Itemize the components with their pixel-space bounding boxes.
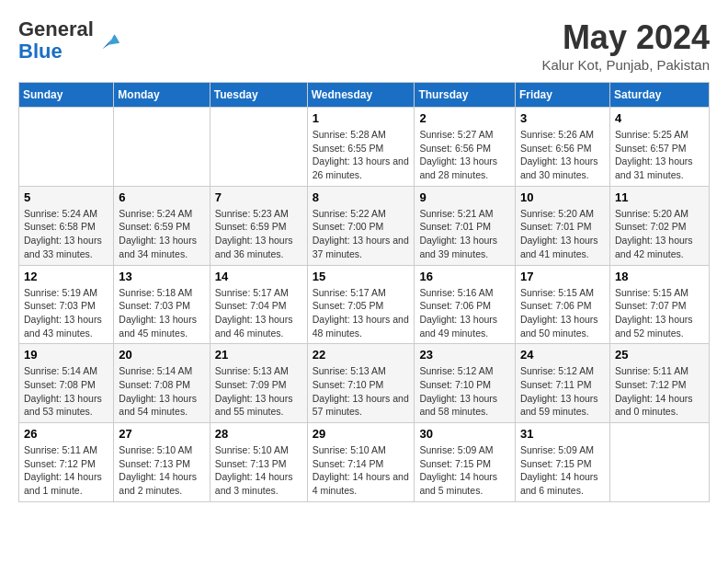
calendar-cell: 30Sunrise: 5:09 AMSunset: 7:15 PMDayligh… [415,423,516,502]
day-number: 11 [615,190,704,204]
calendar-cell: 20Sunrise: 5:14 AMSunset: 7:08 PMDayligh… [114,344,210,423]
calendar-cell [609,423,709,502]
weekday-header: Monday [114,83,210,108]
calendar-cell: 10Sunrise: 5:20 AMSunset: 7:01 PMDayligh… [515,186,609,265]
weekday-header: Wednesday [307,83,415,108]
day-info: Sunrise: 5:27 AMSunset: 6:56 PMDaylight:… [419,128,510,182]
svg-marker-1 [108,35,119,45]
calendar-cell: 13Sunrise: 5:18 AMSunset: 7:03 PMDayligh… [114,265,210,344]
day-number: 7 [215,190,302,204]
calendar-cell: 15Sunrise: 5:17 AMSunset: 7:05 PMDayligh… [307,265,415,344]
day-info: Sunrise: 5:15 AMSunset: 7:07 PMDaylight:… [615,286,704,340]
logo: General Blue [18,18,121,63]
day-number: 20 [119,348,204,362]
day-number: 19 [24,348,108,362]
calendar-cell: 4Sunrise: 5:25 AMSunset: 6:57 PMDaylight… [609,108,709,187]
day-info: Sunrise: 5:12 AMSunset: 7:10 PMDaylight:… [419,364,510,419]
calendar-cell: 18Sunrise: 5:15 AMSunset: 7:07 PMDayligh… [609,265,709,344]
calendar-week-row: 26Sunrise: 5:11 AMSunset: 7:12 PMDayligh… [19,423,710,502]
day-info: Sunrise: 5:24 AMSunset: 6:59 PMDaylight:… [119,207,204,261]
calendar-cell [114,108,210,187]
day-number: 23 [419,348,510,362]
day-info: Sunrise: 5:20 AMSunset: 7:02 PMDaylight:… [615,207,704,261]
calendar-cell: 31Sunrise: 5:09 AMSunset: 7:15 PMDayligh… [515,423,609,502]
weekday-header: Sunday [19,83,114,108]
calendar-cell: 6Sunrise: 5:24 AMSunset: 6:59 PMDaylight… [114,186,210,265]
day-info: Sunrise: 5:25 AMSunset: 6:57 PMDaylight:… [615,128,704,182]
day-info: Sunrise: 5:11 AMSunset: 7:12 PMDaylight:… [615,364,704,419]
day-info: Sunrise: 5:11 AMSunset: 7:12 PMDaylight:… [24,443,108,498]
day-number: 28 [215,427,302,441]
day-info: Sunrise: 5:17 AMSunset: 7:04 PMDaylight:… [215,286,302,340]
day-number: 26 [24,427,108,441]
calendar-cell: 5Sunrise: 5:24 AMSunset: 6:58 PMDaylight… [19,186,114,265]
calendar-cell: 1Sunrise: 5:28 AMSunset: 6:55 PMDaylight… [307,108,415,187]
day-number: 8 [313,190,410,204]
calendar-cell: 25Sunrise: 5:11 AMSunset: 7:12 PMDayligh… [609,344,709,423]
day-number: 4 [615,111,704,125]
day-info: Sunrise: 5:10 AMSunset: 7:13 PMDaylight:… [119,443,204,498]
day-number: 31 [520,427,605,441]
day-number: 21 [215,348,302,362]
calendar-cell: 19Sunrise: 5:14 AMSunset: 7:08 PMDayligh… [19,344,114,423]
day-number: 5 [24,190,108,204]
day-number: 30 [419,427,510,441]
calendar-cell: 9Sunrise: 5:21 AMSunset: 7:01 PMDaylight… [415,186,516,265]
day-number: 9 [419,190,510,204]
calendar-week-row: 19Sunrise: 5:14 AMSunset: 7:08 PMDayligh… [19,344,710,423]
calendar-cell: 8Sunrise: 5:22 AMSunset: 7:00 PMDaylight… [307,186,415,265]
calendar-week-row: 12Sunrise: 5:19 AMSunset: 7:03 PMDayligh… [19,265,710,344]
calendar-cell: 24Sunrise: 5:12 AMSunset: 7:11 PMDayligh… [515,344,609,423]
calendar-week-row: 1Sunrise: 5:28 AMSunset: 6:55 PMDaylight… [19,108,710,187]
location: Kalur Kot, Punjab, Pakistan [541,57,710,73]
calendar-week-row: 5Sunrise: 5:24 AMSunset: 6:58 PMDaylight… [19,186,710,265]
day-info: Sunrise: 5:26 AMSunset: 6:56 PMDaylight:… [520,128,605,182]
calendar-table: SundayMondayTuesdayWednesdayThursdayFrid… [18,82,710,502]
day-number: 24 [520,348,605,362]
logo-blue: Blue [18,40,63,63]
day-number: 25 [615,348,704,362]
calendar-cell: 17Sunrise: 5:15 AMSunset: 7:06 PMDayligh… [515,265,609,344]
calendar-cell: 3Sunrise: 5:26 AMSunset: 6:56 PMDaylight… [515,108,609,187]
day-number: 2 [419,111,510,125]
day-number: 14 [215,270,302,283]
day-number: 17 [520,270,605,283]
day-info: Sunrise: 5:24 AMSunset: 6:58 PMDaylight:… [24,207,108,261]
day-number: 12 [24,270,108,283]
calendar-cell: 16Sunrise: 5:16 AMSunset: 7:06 PMDayligh… [415,265,516,344]
title-block: May 2024 Kalur Kot, Punjab, Pakistan [541,18,710,73]
day-number: 3 [520,111,605,125]
calendar-cell: 29Sunrise: 5:10 AMSunset: 7:14 PMDayligh… [307,423,415,502]
weekday-header: Saturday [609,83,709,108]
day-info: Sunrise: 5:19 AMSunset: 7:03 PMDaylight:… [24,286,108,340]
day-number: 22 [313,348,410,362]
day-info: Sunrise: 5:22 AMSunset: 7:00 PMDaylight:… [313,207,410,261]
logo-general: General [18,17,94,40]
day-info: Sunrise: 5:18 AMSunset: 7:03 PMDaylight:… [119,286,204,340]
calendar-cell: 27Sunrise: 5:10 AMSunset: 7:13 PMDayligh… [114,423,210,502]
calendar-cell: 11Sunrise: 5:20 AMSunset: 7:02 PMDayligh… [609,186,709,265]
day-info: Sunrise: 5:10 AMSunset: 7:14 PMDaylight:… [313,443,410,498]
day-number: 1 [313,111,410,125]
day-number: 6 [119,190,204,204]
day-number: 13 [119,270,204,283]
day-info: Sunrise: 5:21 AMSunset: 7:01 PMDaylight:… [419,207,510,261]
day-number: 29 [313,427,410,441]
calendar-cell: 23Sunrise: 5:12 AMSunset: 7:10 PMDayligh… [415,344,516,423]
weekday-header: Thursday [415,83,516,108]
calendar-cell: 21Sunrise: 5:13 AMSunset: 7:09 PMDayligh… [210,344,307,423]
month-title: May 2024 [541,18,710,57]
calendar-cell: 12Sunrise: 5:19 AMSunset: 7:03 PMDayligh… [19,265,114,344]
day-info: Sunrise: 5:09 AMSunset: 7:15 PMDaylight:… [419,443,510,498]
day-number: 15 [313,270,410,283]
day-number: 16 [419,270,510,283]
day-info: Sunrise: 5:28 AMSunset: 6:55 PMDaylight:… [313,128,410,182]
logo-icon [96,28,121,53]
calendar-cell: 26Sunrise: 5:11 AMSunset: 7:12 PMDayligh… [19,423,114,502]
day-number: 18 [615,270,704,283]
calendar-cell: 22Sunrise: 5:13 AMSunset: 7:10 PMDayligh… [307,344,415,423]
day-info: Sunrise: 5:09 AMSunset: 7:15 PMDaylight:… [520,443,605,498]
day-info: Sunrise: 5:16 AMSunset: 7:06 PMDaylight:… [419,286,510,340]
day-info: Sunrise: 5:12 AMSunset: 7:11 PMDaylight:… [520,364,605,419]
day-info: Sunrise: 5:17 AMSunset: 7:05 PMDaylight:… [313,286,410,340]
